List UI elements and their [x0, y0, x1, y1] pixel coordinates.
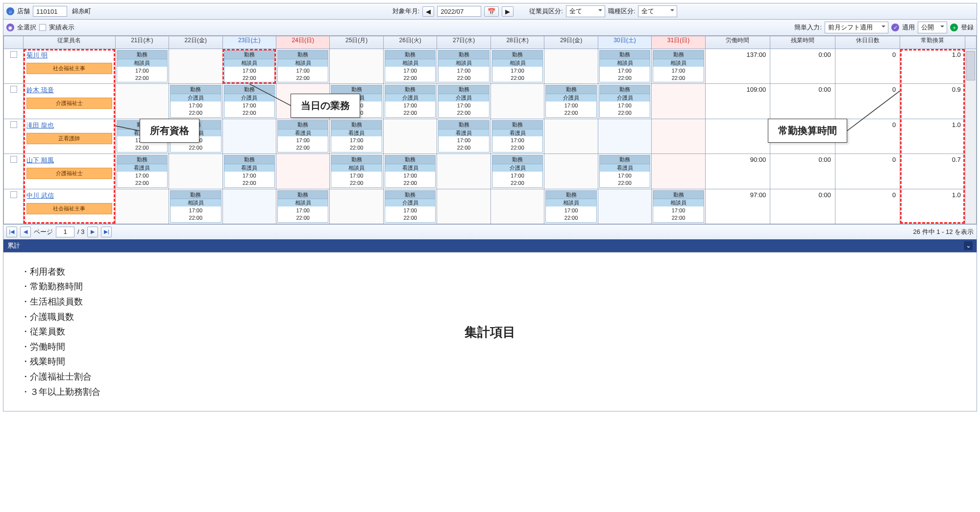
show-actual-checkbox[interactable]: [39, 24, 46, 31]
shift-block[interactable]: 勤務相談員17:0022:00: [170, 190, 221, 223]
row-checkbox[interactable]: [10, 51, 17, 58]
day-cell[interactable]: [437, 189, 490, 224]
day-cell[interactable]: 勤務相談員17:0022:00: [169, 189, 222, 224]
day-cell[interactable]: [652, 154, 705, 189]
day-cell[interactable]: [169, 49, 222, 84]
shift-block[interactable]: 勤務介護員17:0022:00: [331, 85, 382, 117]
shift-block[interactable]: 勤務相談員17:0022:00: [277, 50, 328, 82]
shift-block[interactable]: 勤務看護員17:0022:00: [170, 120, 221, 153]
shift-block[interactable]: 勤務看護員17:0022:00: [331, 120, 382, 153]
employee-name-link[interactable]: 中川 武信: [26, 192, 54, 199]
day-cell[interactable]: 勤務介護員17:0022:00: [169, 84, 222, 119]
day-cell[interactable]: 勤務相談員17:0022:00: [652, 49, 705, 84]
day-cell[interactable]: 勤務看護員17:0022:00: [437, 119, 490, 154]
next-month-button[interactable]: ▶: [502, 6, 514, 17]
row-checkbox[interactable]: [10, 191, 17, 198]
scrollbar[interactable]: [965, 49, 976, 224]
employee-name-link[interactable]: 鈴木 琉音: [26, 86, 54, 94]
day-cell[interactable]: [544, 119, 598, 154]
shift-block[interactable]: 勤務介護員17:0022:00: [599, 85, 650, 117]
job-cat-select[interactable]: 全て: [638, 5, 677, 17]
shift-block[interactable]: 勤務相談員17:0022:00: [224, 50, 275, 82]
shift-block[interactable]: 勤務介護員17:0022:00: [438, 85, 489, 117]
day-cell[interactable]: [330, 49, 383, 84]
day-cell[interactable]: [276, 154, 329, 189]
day-cell[interactable]: 勤務看護員17:0022:00: [330, 119, 383, 154]
shift-block[interactable]: 勤務介護員17:0022:00: [224, 85, 275, 117]
shift-block[interactable]: 勤務看護員17:0022:00: [277, 120, 328, 153]
employee-name-link[interactable]: 山下 順風: [26, 156, 54, 164]
day-cell[interactable]: [115, 189, 169, 224]
day-cell[interactable]: 勤務看護員17:0022:00: [598, 154, 651, 189]
day-cell[interactable]: 勤務介護員17:0022:00: [383, 189, 437, 224]
day-cell[interactable]: 勤務介護員17:0022:00: [222, 84, 276, 119]
day-cell[interactable]: 勤務看護員17:0022:00: [490, 119, 544, 154]
shift-block[interactable]: 勤務介護員17:0022:00: [385, 190, 436, 223]
day-cell[interactable]: 勤務相談員17:0022:00: [598, 49, 651, 84]
day-cell[interactable]: 勤務相談員17:0022:00: [490, 49, 544, 84]
day-cell[interactable]: 勤務看護員17:0022:00: [115, 154, 169, 189]
day-cell[interactable]: 勤務相談員17:0022:00: [276, 49, 329, 84]
shift-block[interactable]: 勤務相談員17:0022:00: [277, 190, 328, 223]
shift-block[interactable]: 勤務相談員17:0022:00: [117, 50, 168, 82]
day-cell[interactable]: 勤務看護員17:0022:00: [383, 154, 437, 189]
emp-cat-select[interactable]: 全て: [566, 5, 605, 17]
day-cell[interactable]: 勤務相談員17:0022:00: [115, 49, 169, 84]
calendar-icon[interactable]: 📅: [484, 6, 499, 17]
collapse-icon[interactable]: ⌄: [964, 241, 973, 250]
shift-block[interactable]: 勤務看護員17:0022:00: [438, 120, 489, 153]
pager-next-button[interactable]: ▶: [87, 227, 98, 237]
day-cell[interactable]: 勤務相談員17:0022:00: [222, 49, 276, 84]
day-cell[interactable]: [490, 189, 544, 224]
day-cell[interactable]: 勤務看護員17:0022:00: [169, 119, 222, 154]
day-cell[interactable]: [222, 119, 276, 154]
apply-button[interactable]: 適用: [902, 23, 915, 32]
shift-block[interactable]: 勤務看護員17:0022:00: [385, 155, 436, 187]
row-checkbox[interactable]: [10, 121, 17, 128]
day-cell[interactable]: 勤務看護員17:0022:00: [276, 119, 329, 154]
day-cell[interactable]: 勤務相談員17:0022:00: [330, 154, 383, 189]
publish-select[interactable]: 公開: [918, 22, 947, 33]
day-cell[interactable]: 勤務介護員17:0022:00: [383, 84, 437, 119]
shift-block[interactable]: 勤務相談員17:0022:00: [653, 190, 704, 223]
shift-block[interactable]: 勤務介護員17:0022:00: [492, 155, 543, 187]
prev-month-button[interactable]: ◀: [422, 6, 434, 17]
shift-block[interactable]: 勤務相談員17:0022:00: [385, 50, 436, 82]
day-cell[interactable]: [276, 84, 329, 119]
search-icon[interactable]: ⌕: [6, 7, 14, 15]
day-cell[interactable]: 勤務相談員17:0022:00: [437, 49, 490, 84]
shift-block[interactable]: 勤務相談員17:0022:00: [653, 50, 704, 82]
day-cell[interactable]: [222, 189, 276, 224]
select-all-label[interactable]: 全選択: [17, 23, 36, 32]
day-cell[interactable]: [544, 49, 598, 84]
row-checkbox[interactable]: [10, 156, 17, 163]
day-cell[interactable]: 勤務看護員17:0022:00: [115, 119, 169, 154]
day-cell[interactable]: 勤務看護員17:0022:00: [222, 154, 276, 189]
employee-name-link[interactable]: 菊川 明: [26, 51, 48, 59]
shift-block[interactable]: 勤務看護員17:0022:00: [224, 155, 275, 187]
day-cell[interactable]: [330, 189, 383, 224]
day-cell[interactable]: 勤務介護員17:0022:00: [330, 84, 383, 119]
row-checkbox[interactable]: [10, 86, 17, 93]
month-input[interactable]: 2022/07: [437, 6, 481, 17]
day-cell[interactable]: 勤務介護員17:0022:00: [490, 154, 544, 189]
shift-block[interactable]: 勤務相談員17:0022:00: [438, 50, 489, 82]
easy-input-select[interactable]: 前月シフト適用: [825, 22, 888, 33]
day-cell[interactable]: 勤務介護員17:0022:00: [544, 84, 598, 119]
day-cell[interactable]: [383, 119, 437, 154]
pager-prev-button[interactable]: ◀: [20, 227, 31, 237]
day-cell[interactable]: 勤務相談員17:0022:00: [544, 189, 598, 224]
shift-block[interactable]: 勤務相談員17:0022:00: [492, 50, 543, 82]
day-cell[interactable]: 勤務介護員17:0022:00: [437, 84, 490, 119]
shift-block[interactable]: 勤務介護員17:0022:00: [170, 85, 221, 117]
shift-block[interactable]: 勤務相談員17:0022:00: [599, 50, 650, 82]
shift-block[interactable]: 勤務相談員17:0022:00: [331, 155, 382, 187]
day-cell[interactable]: 勤務相談員17:0022:00: [652, 189, 705, 224]
select-all-icon[interactable]: ◉: [6, 24, 14, 31]
pager-last-button[interactable]: ▶|: [101, 227, 112, 237]
shift-block[interactable]: 勤務介護員17:0022:00: [385, 85, 436, 117]
day-cell[interactable]: 勤務相談員17:0022:00: [383, 49, 437, 84]
shift-block[interactable]: 勤務看護員17:0022:00: [599, 155, 650, 187]
day-cell[interactable]: [652, 119, 705, 154]
shift-block[interactable]: 勤務看護員17:0022:00: [492, 120, 543, 153]
